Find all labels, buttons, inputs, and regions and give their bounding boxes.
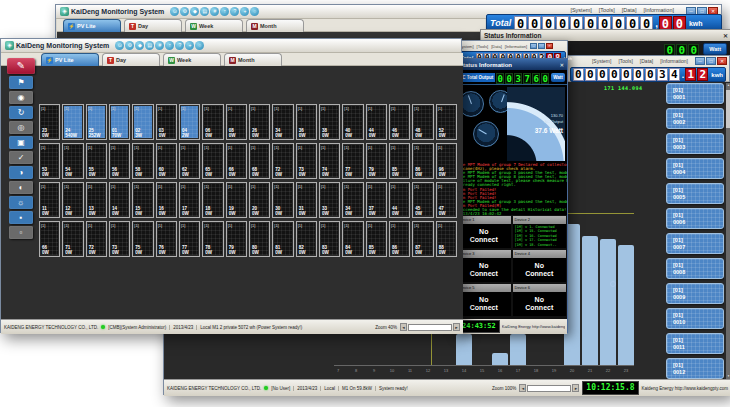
pv-module-tile[interactable]: [1]860W — [412, 143, 433, 179]
pv-module-tile[interactable]: [1]120W — [62, 182, 83, 218]
add-icon[interactable]: + — [185, 41, 194, 50]
pv-module-tile[interactable]: [1]400W — [342, 104, 363, 140]
pv-module-tile[interactable]: [1]440W — [366, 104, 387, 140]
edit-tool-button[interactable]: ✎ — [7, 58, 35, 74]
pv-module-tile[interactable]: [1]530W — [39, 143, 60, 179]
pv-module-tile[interactable]: [1]650W — [202, 143, 223, 179]
pv-module-tile[interactable]: [1]030W — [156, 104, 177, 140]
target-icon[interactable]: ◎ — [9, 121, 33, 134]
array-node-tile[interactable]: [01]0003 — [666, 133, 724, 154]
event-log-console[interactable]: The MPT Modem of group 7 Declared of col… — [456, 162, 567, 215]
pv-module-tile[interactable]: [1]780W — [202, 221, 223, 257]
pv-module-tile[interactable]: [1]660W — [226, 143, 247, 179]
pv-module-tile[interactable]: [1]770W — [179, 221, 200, 257]
menu-data[interactable]: [Data] — [640, 58, 653, 64]
pv-module-tile[interactable]: [1]620W — [179, 143, 200, 179]
chart-bar[interactable] — [618, 245, 634, 365]
pv-module-tile[interactable]: [1]060W — [202, 104, 223, 140]
tab-week[interactable]: WWeek — [163, 53, 221, 66]
help-icon[interactable]: ? — [230, 7, 239, 16]
menu-tools[interactable]: [Tools] — [599, 7, 615, 13]
menu-tools[interactable]: [Tools] — [618, 58, 632, 64]
pv-module-tile[interactable]: [1]880W — [436, 221, 457, 257]
settings-icon[interactable]: ⚙ — [125, 41, 134, 50]
pv-module-tile[interactable]: [1]810W — [272, 221, 293, 257]
array-node-tile[interactable]: [01]0002 — [666, 108, 724, 129]
device-cell[interactable]: Device 1No Connect — [457, 216, 511, 248]
pv-module-tile[interactable]: [1]080W — [226, 104, 247, 140]
pv-module-tile[interactable]: [1]360W — [296, 104, 317, 140]
device-cell[interactable]: Device 6No Connect — [513, 284, 567, 316]
maximize-button[interactable]: □ — [538, 43, 545, 49]
sun-icon[interactable]: ☼ — [9, 196, 33, 209]
pv-module-tile[interactable]: [1]520W — [436, 104, 457, 140]
array-node-tile[interactable]: [01]0010 — [666, 308, 724, 329]
titlebar-front[interactable]: ◈ KaiDeng Monitoring System ⊙⚙◆▤#↑?+○ — [1, 39, 461, 53]
array-node-tile[interactable]: [01]0011 — [666, 333, 724, 354]
pv-module-tile[interactable]: [1]830W — [319, 221, 340, 257]
pv-module-tile[interactable]: [1]760W — [156, 221, 177, 257]
pv-module-tile[interactable]: [1]180W — [202, 182, 223, 218]
clock-icon[interactable]: ◑ — [9, 166, 33, 179]
close-button[interactable]: ✕ — [717, 57, 727, 65]
pv-module-tile[interactable]: [1]190W — [226, 182, 247, 218]
lock-icon[interactable]: ◆ — [190, 7, 199, 16]
array-node-tile[interactable]: [01]0009 — [666, 283, 724, 304]
pv-module-tile[interactable]: [1]820W — [296, 221, 317, 257]
pv-module-tile[interactable]: [1]380W — [319, 104, 340, 140]
menu-system[interactable]: [System] — [570, 7, 591, 13]
monitor-icon[interactable]: ▣ — [9, 136, 33, 149]
pv-module-tile[interactable]: [1]550W — [86, 143, 107, 179]
vendor-link[interactable]: KaiDeng Energy http://www.kaidengpty.com — [502, 324, 565, 329]
tab-week[interactable]: WWeek — [185, 19, 243, 32]
menu-information[interactable]: [Information] — [643, 7, 674, 13]
pv-module-tile[interactable]: [1]790W — [226, 221, 247, 257]
pv-module-tile[interactable]: [1]340W — [272, 104, 293, 140]
pv-module-tile[interactable]: [1]042W — [179, 104, 200, 140]
device-cell[interactable]: Device 4No Connect — [513, 250, 567, 282]
zoom-slider[interactable]: ◄ ► — [519, 384, 579, 392]
pv-module-tile[interactable]: [1]130W — [86, 182, 107, 218]
menu-data[interactable]: [Data] — [491, 44, 502, 49]
power-icon[interactable]: ◉ — [9, 91, 33, 104]
array-node-tile[interactable]: [01]0008 — [666, 258, 724, 279]
chart-bar[interactable] — [492, 353, 508, 365]
chart-bar[interactable] — [600, 239, 616, 365]
pv-module-tile[interactable]: [1]023W — [132, 104, 153, 140]
pv-module-tile[interactable]: [1]0170W — [109, 104, 130, 140]
menu-information[interactable]: [Information] — [660, 58, 688, 64]
tab-pv-lite[interactable]: ⚡PV Lite — [41, 53, 99, 66]
record-icon[interactable]: ▪ — [9, 211, 33, 224]
report-icon[interactable]: ▤ — [200, 7, 209, 16]
scrollbar-thumb[interactable] — [726, 90, 730, 128]
scrollbar[interactable]: ▲ ▼ — [726, 83, 730, 379]
pv-module-tile[interactable]: [1]720W — [272, 143, 293, 179]
menu-tools[interactable]: [Tools] — [477, 44, 489, 49]
pv-module-tile[interactable]: [1]660W — [39, 221, 60, 257]
vendor-link[interactable]: Kaideng Energy http://www.kaidengpty.com — [642, 386, 728, 391]
chart-bar[interactable] — [582, 236, 598, 365]
chart-bar[interactable] — [510, 334, 526, 366]
minimize-button[interactable]: ─ — [695, 57, 705, 65]
pv-module-tile[interactable]: [1]730W — [109, 221, 130, 257]
about-icon[interactable]: ○ — [250, 7, 259, 16]
pv-module-tile[interactable]: [1]25252W — [86, 104, 107, 140]
zoom-slider[interactable]: ◄ ► — [400, 323, 460, 331]
pv-module-tile[interactable]: [1]740W — [319, 143, 340, 179]
pv-module-tile[interactable]: [1]770W — [342, 143, 363, 179]
status-icon[interactable]: ⊙ — [170, 7, 179, 16]
device-cell[interactable]: Device 2[1M] v 1. Connected[1M] v 15. Co… — [513, 216, 567, 248]
pv-module-tile[interactable]: [1]960W — [436, 143, 457, 179]
menu-information[interactable]: [Information] — [505, 44, 527, 49]
archive-icon[interactable]: ▫ — [9, 226, 33, 239]
pv-module-tile[interactable]: [1]790W — [366, 143, 387, 179]
settings-icon[interactable]: ⚙ — [180, 7, 189, 16]
chart-bar[interactable] — [456, 334, 472, 366]
pv-module-tile[interactable]: [1]560W — [109, 143, 130, 179]
array-node-tile[interactable]: [01]0012 — [666, 358, 724, 379]
device-cell[interactable]: Device 5No Connect — [457, 284, 511, 316]
pv-module-tile[interactable]: [1]300W — [272, 182, 293, 218]
pv-module-tile[interactable]: [1]860W — [389, 221, 410, 257]
zoom-out-icon[interactable]: ◄ — [400, 323, 407, 331]
zoom-in-icon[interactable]: ► — [572, 384, 579, 392]
